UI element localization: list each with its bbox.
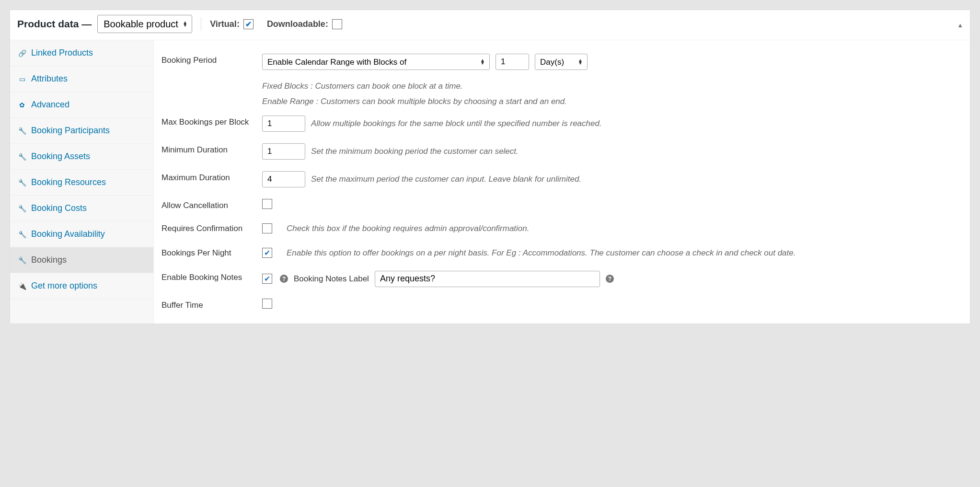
enable-notes-label: Enable Booking Notes bbox=[161, 271, 262, 282]
booking-period-qty-input[interactable] bbox=[496, 54, 529, 70]
help-icon[interactable]: ? bbox=[280, 275, 288, 283]
max-bookings-input[interactable] bbox=[262, 116, 305, 132]
sidebar-item-booking-participants[interactable]: 🔧 Booking Participants bbox=[10, 118, 153, 144]
booking-period-label: Booking Period bbox=[161, 54, 262, 65]
booking-period-mode-select[interactable]: Enable Calendar Range with Blocks of bbox=[262, 54, 490, 70]
row-enable-notes: Enable Booking Notes ? Booking Notes Lab… bbox=[161, 265, 962, 293]
product-data-panel: Product data — Bookable product ▲▼ Virtu… bbox=[10, 10, 970, 324]
sidebar-item-label: Booking Costs bbox=[31, 203, 87, 213]
wrench-icon: 🔧 bbox=[18, 205, 26, 212]
min-duration-input[interactable] bbox=[262, 143, 305, 160]
max-duration-label: Maximum Duration bbox=[161, 171, 262, 183]
link-icon: 🔗 bbox=[18, 49, 26, 57]
per-night-checkbox[interactable] bbox=[262, 248, 272, 258]
notes-field-label: Booking Notes Label bbox=[294, 274, 369, 284]
row-per-night: Bookings Per Night Enable this option to… bbox=[161, 241, 962, 265]
sidebar-item-label: Get more options bbox=[31, 281, 97, 291]
sidebar-item-attributes[interactable]: ▭ Attributes bbox=[10, 66, 153, 92]
min-duration-label: Minimum Duration bbox=[161, 143, 262, 155]
vertical-divider bbox=[201, 17, 201, 31]
sidebar-item-label: Booking Participants bbox=[31, 126, 110, 136]
collapse-toggle-icon[interactable]: ▲ bbox=[957, 22, 963, 29]
sidebar-item-bookings[interactable]: 🔧 Bookings bbox=[10, 247, 153, 273]
sidebar-item-label: Advanced bbox=[31, 100, 69, 110]
per-night-label: Bookings Per Night bbox=[161, 246, 262, 258]
sidebar-item-linked-products[interactable]: 🔗 Linked Products bbox=[10, 40, 153, 66]
sidebar-item-booking-availability[interactable]: 🔧 Booking Availability bbox=[10, 221, 153, 247]
wrench-icon: 🔧 bbox=[18, 231, 26, 238]
sidebar-item-label: Linked Products bbox=[31, 48, 93, 58]
sidebar-item-label: Booking Availability bbox=[31, 229, 105, 239]
row-allow-cancellation: Allow Cancellation bbox=[161, 193, 962, 216]
row-requires-confirmation: Requires Confirmation Check this box if … bbox=[161, 216, 962, 241]
buffer-time-checkbox[interactable] bbox=[262, 299, 272, 309]
requires-conf-label: Requires Confirmation bbox=[161, 222, 262, 233]
row-min-duration: Minimum Duration Set the minimum booking… bbox=[161, 138, 962, 165]
allow-cancel-checkbox[interactable] bbox=[262, 199, 272, 209]
panel-body: 🔗 Linked Products ▭ Attributes ✿ Advance… bbox=[10, 40, 970, 324]
sidebar-item-advanced[interactable]: ✿ Advanced bbox=[10, 92, 153, 118]
allow-cancel-label: Allow Cancellation bbox=[161, 199, 262, 210]
min-duration-help: Set the minimum booking period the custo… bbox=[311, 145, 519, 158]
main-form: Booking Period Enable Calendar Range wit… bbox=[154, 40, 970, 324]
panel-header: Product data — Bookable product ▲▼ Virtu… bbox=[10, 10, 970, 40]
card-icon: ▭ bbox=[18, 75, 26, 83]
buffer-time-label: Buffer Time bbox=[161, 299, 262, 310]
notes-label-input[interactable] bbox=[375, 271, 600, 287]
wrench-icon: 🔧 bbox=[18, 179, 26, 186]
booking-period-help: Fixed Blocks : Customers can book one bl… bbox=[161, 79, 962, 110]
virtual-toggle-label: Virtual: bbox=[210, 19, 254, 29]
booking-period-unit-select[interactable]: Day(s) bbox=[535, 54, 588, 70]
requires-conf-checkbox[interactable] bbox=[262, 223, 272, 233]
gear-icon: ✿ bbox=[18, 101, 26, 109]
row-max-duration: Maximum Duration Set the maximum period … bbox=[161, 165, 962, 193]
plug-icon: 🔌 bbox=[18, 282, 26, 290]
max-bookings-label: Max Bookings per Block bbox=[161, 116, 262, 127]
sidebar-item-label: Booking Assets bbox=[31, 151, 90, 162]
row-max-bookings: Max Bookings per Block Allow multiple bo… bbox=[161, 110, 962, 138]
max-bookings-help: Allow multiple bookings for the same blo… bbox=[311, 117, 602, 130]
downloadable-toggle-label: Downloadable: bbox=[267, 19, 342, 29]
sidebar-item-label: Bookings bbox=[31, 255, 67, 265]
sidebar: 🔗 Linked Products ▭ Attributes ✿ Advance… bbox=[10, 40, 154, 324]
enable-notes-checkbox[interactable] bbox=[262, 274, 272, 284]
sidebar-item-label: Attributes bbox=[31, 74, 68, 84]
sidebar-item-booking-resources[interactable]: 🔧 Booking Resources bbox=[10, 170, 153, 196]
panel-title: Product data — bbox=[17, 18, 92, 30]
wrench-icon: 🔧 bbox=[18, 127, 26, 135]
row-buffer-time: Buffer Time bbox=[161, 293, 962, 316]
sidebar-item-label: Booking Resources bbox=[31, 177, 106, 187]
sidebar-item-booking-assets[interactable]: 🔧 Booking Assets bbox=[10, 144, 153, 170]
sidebar-item-booking-costs[interactable]: 🔧 Booking Costs bbox=[10, 196, 153, 221]
wrench-icon: 🔧 bbox=[18, 256, 26, 264]
max-duration-help: Set the maximum period the customer can … bbox=[311, 173, 581, 186]
virtual-checkbox[interactable] bbox=[243, 19, 254, 29]
product-type-select[interactable]: Bookable product bbox=[97, 15, 192, 33]
sidebar-item-get-more-options[interactable]: 🔌 Get more options bbox=[10, 273, 153, 299]
help-icon[interactable]: ? bbox=[606, 275, 614, 283]
max-duration-input[interactable] bbox=[262, 171, 305, 187]
per-night-help: Enable this option to offer bookings on … bbox=[287, 246, 962, 259]
requires-conf-help: Check this box if the booking requires a… bbox=[287, 222, 530, 235]
downloadable-checkbox[interactable] bbox=[332, 19, 342, 29]
wrench-icon: 🔧 bbox=[18, 153, 26, 161]
row-booking-period: Booking Period Enable Calendar Range wit… bbox=[161, 48, 962, 76]
